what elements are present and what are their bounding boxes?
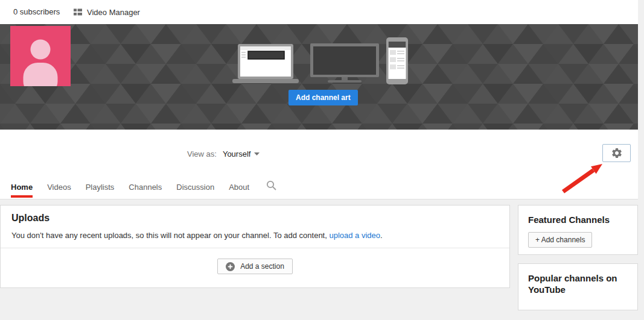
uploads-card: Uploads You don't have any recent upload… xyxy=(0,205,510,288)
gear-icon xyxy=(611,147,623,159)
tab-about[interactable]: About xyxy=(229,177,249,199)
add-channels-button[interactable]: + Add channels xyxy=(528,232,592,248)
laptop-illustration xyxy=(232,44,299,84)
divider xyxy=(1,248,509,248)
channel-settings-button[interactable] xyxy=(602,144,631,162)
channel-search-button[interactable] xyxy=(266,174,276,199)
uploads-message-text: You don't have any recent uploads, so th… xyxy=(11,231,329,240)
phone-illustration xyxy=(386,37,408,84)
upload-video-link[interactable]: upload a video xyxy=(329,231,380,240)
youtube-channel-page: 0 subscribers Video Manager xyxy=(0,0,644,320)
add-channel-art-button[interactable]: Add channel art xyxy=(289,90,358,105)
view-as-value: Yourself xyxy=(223,149,251,158)
video-manager-link[interactable]: Video Manager xyxy=(74,0,140,24)
add-section-label: Add a section xyxy=(240,262,284,271)
search-icon xyxy=(266,180,276,190)
tab-channels[interactable]: Channels xyxy=(129,177,162,199)
video-manager-icon xyxy=(74,8,82,16)
uploads-title: Uploads xyxy=(11,213,49,224)
featured-channels-title: Featured Channels xyxy=(518,205,637,225)
plus-circle-icon xyxy=(226,262,235,271)
avatar[interactable] xyxy=(10,26,71,86)
caret-down-icon xyxy=(254,152,260,155)
tab-home[interactable]: Home xyxy=(11,177,33,199)
channel-header: View as: Yourself Home Videos Playlists … xyxy=(0,130,638,199)
featured-channels-card: Featured Channels + Add channels xyxy=(518,205,638,255)
video-manager-label: Video Manager xyxy=(87,8,140,17)
add-section-row: Add a section xyxy=(1,259,509,274)
tv-illustration xyxy=(310,43,379,83)
view-as-dropdown[interactable]: Yourself xyxy=(223,149,260,158)
add-section-button[interactable]: Add a section xyxy=(217,259,293,274)
uploads-message-period: . xyxy=(380,231,383,240)
popular-channels-card: Popular channels on YouTube xyxy=(518,263,638,310)
view-as-control: View as: Yourself xyxy=(187,148,260,160)
tab-playlists[interactable]: Playlists xyxy=(86,177,115,199)
view-as-label: View as: xyxy=(187,149,217,158)
person-icon xyxy=(10,26,71,86)
tab-discussion[interactable]: Discussion xyxy=(176,177,214,199)
topbar: 0 subscribers Video Manager xyxy=(0,0,638,24)
tab-videos[interactable]: Videos xyxy=(47,177,71,199)
uploads-empty-message: You don't have any recent uploads, so th… xyxy=(11,231,383,240)
subscriber-count: 0 subscribers xyxy=(13,0,60,24)
channel-banner: Add channel art xyxy=(0,24,638,130)
popular-channels-title: Popular channels on YouTube xyxy=(518,264,637,295)
tab-bar: Home Videos Playlists Channels Discussio… xyxy=(11,174,276,199)
